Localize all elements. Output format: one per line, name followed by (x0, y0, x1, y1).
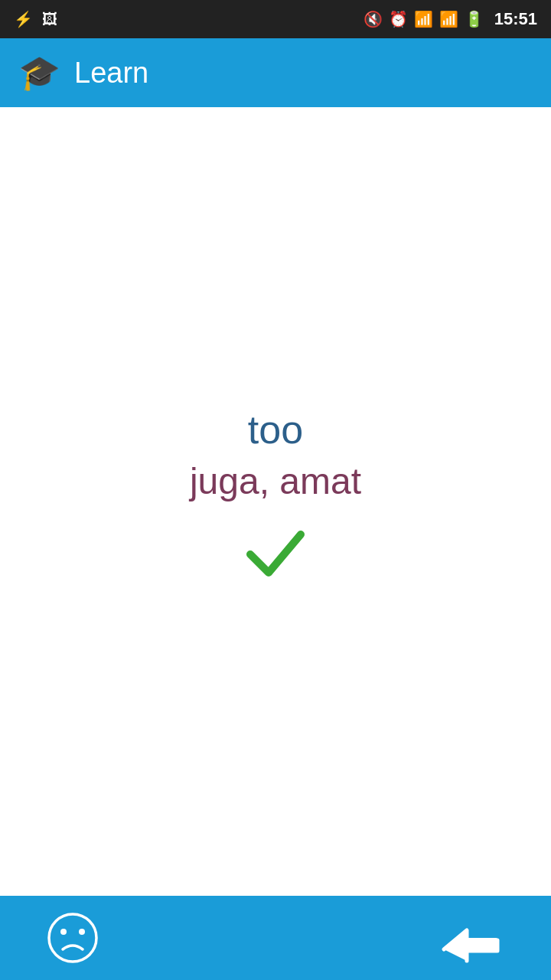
sad-face-icon (46, 911, 99, 965)
usb-icon: ⚡ (14, 10, 33, 28)
status-bar-right-icons: 🔇 ⏰ 📶 📶 🔋 15:51 (364, 9, 537, 29)
status-bar: ⚡ 🖼 🔇 ⏰ 📶 📶 🔋 15:51 (0, 0, 551, 38)
word-primary: too (248, 407, 303, 452)
signal-icon: 📶 (439, 10, 458, 28)
mark-difficult-button[interactable] (46, 911, 99, 965)
next-button[interactable] (436, 911, 505, 965)
forward-arrow-icon (436, 911, 505, 965)
app-title: Learn (74, 57, 148, 90)
svg-point-1 (60, 929, 67, 935)
status-bar-left-icons: ⚡ 🖼 (14, 10, 57, 28)
svg-point-2 (79, 929, 85, 935)
app-bar: 🎓 Learn (0, 38, 551, 107)
alarm-icon: ⏰ (389, 10, 408, 28)
wifi-icon: 📶 (414, 10, 433, 28)
bottom-bar (0, 896, 551, 980)
word-secondary: juga, amat (190, 460, 361, 502)
graduation-cap-icon: 🎓 (18, 53, 60, 93)
battery-icon: 🔋 (465, 10, 484, 28)
svg-rect-4 (467, 938, 497, 952)
main-content: too juga, amat (0, 107, 551, 896)
mute-icon: 🔇 (364, 10, 383, 28)
correct-checkmark (241, 518, 310, 597)
status-time: 15:51 (494, 9, 537, 29)
svg-point-0 (49, 914, 96, 962)
image-icon: 🖼 (42, 11, 57, 28)
